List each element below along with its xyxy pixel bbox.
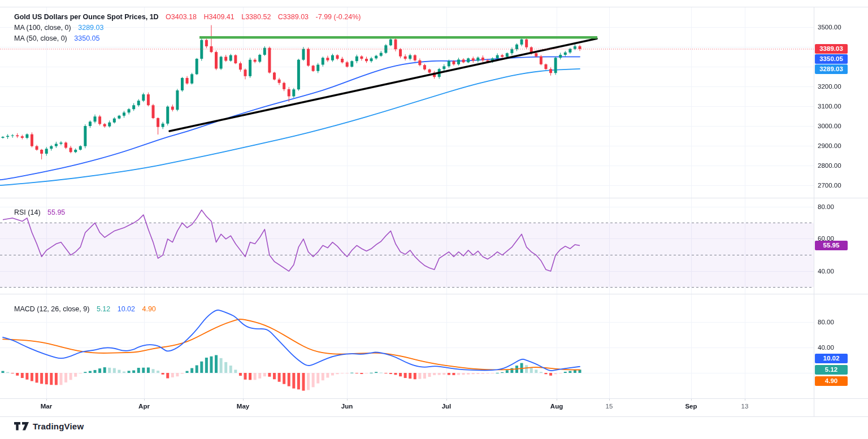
macd-line-value: 10.02 [118, 305, 135, 313]
time-axis-label: Aug [550, 403, 563, 410]
price-badge: 3389.03 [815, 44, 848, 54]
time-axis-label: Jul [442, 403, 452, 410]
rsi-value: 55.95 [47, 208, 65, 216]
macd-badge: 4.90 [815, 376, 848, 386]
macd-axis-label: 40.00 [818, 344, 834, 352]
legend-ma100-row[interactable]: MA (100, close, 0) 3289.03 [14, 24, 103, 32]
price-axis-label: 2900.00 [818, 142, 841, 150]
time-axis-label: Mar [41, 403, 52, 410]
time-axis-label: Sep [685, 403, 697, 410]
rsi-panel[interactable] [0, 198, 814, 294]
price-axis-label: 3200.00 [818, 82, 841, 91]
ma100-value: 3289.03 [78, 24, 103, 32]
legend-ma50-row[interactable]: MA (50, close, 0) 3350.05 [14, 34, 99, 42]
tradingview-logo-link[interactable]: TradingView [14, 421, 84, 431]
symbol-title: Gold US Dollars per Ounce Spot Prices, 1… [14, 13, 159, 21]
ohlc-open: O3403.18 [166, 13, 197, 21]
price-axis-label: 3500.00 [818, 23, 841, 32]
macd-label: MACD (12, 26, close, 9) [14, 305, 89, 313]
time-axis-label: 15 [606, 403, 613, 410]
rsi-badge: 55.95 [815, 241, 848, 250]
price-axis-label: 3100.00 [818, 102, 841, 111]
legend-rsi-row[interactable]: RSI (14) 55.95 [14, 208, 65, 216]
time-axis-label: Apr [138, 403, 150, 410]
price-axis-label: 3000.00 [818, 122, 841, 131]
ma50-value: 3350.05 [74, 34, 99, 42]
tradingview-logo-text: TradingView [33, 421, 84, 431]
rsi-axis-label: 40.00 [818, 267, 834, 276]
macd-signal-value: 4.90 [142, 305, 155, 313]
ma50-label: MA (50, close, 0) [14, 34, 67, 42]
tradingview-icon [14, 422, 29, 431]
rsi-label: RSI (14) [14, 208, 41, 216]
rsi-axis-label: 80.00 [818, 203, 834, 211]
legend-symbol-row[interactable]: Gold US Dollars per Ounce Spot Prices, 1… [14, 13, 361, 21]
price-badge: 3289.03 [815, 64, 848, 74]
macd-axis-label: 80.00 [818, 318, 834, 327]
ohlc-low: L3380.52 [241, 13, 271, 21]
chart-bottom-border [0, 416, 868, 417]
time-axis-label: 13 [741, 403, 749, 410]
macd-badge: 10.02 [815, 354, 848, 363]
price-panel[interactable] [0, 7, 814, 198]
macd-badge: 5.12 [815, 365, 848, 375]
ohlc-close: C3389.03 [278, 13, 309, 21]
ma100-label: MA (100, close, 0) [14, 24, 71, 32]
ohlc-high: H3409.41 [204, 13, 235, 21]
price-badge: 3350.05 [815, 54, 848, 64]
time-axis-label: May [237, 403, 249, 410]
price-axis-label: 2700.00 [818, 181, 841, 190]
ohlc-change: -7.99 (-0.24%) [316, 13, 361, 21]
time-axis-label: Jun [341, 403, 353, 410]
legend-macd-row[interactable]: MACD (12, 26, close, 9) 5.12 10.02 4.90 [14, 305, 156, 313]
macd-hist-value: 5.12 [97, 305, 110, 313]
price-axis-label: 2800.00 [818, 162, 841, 170]
